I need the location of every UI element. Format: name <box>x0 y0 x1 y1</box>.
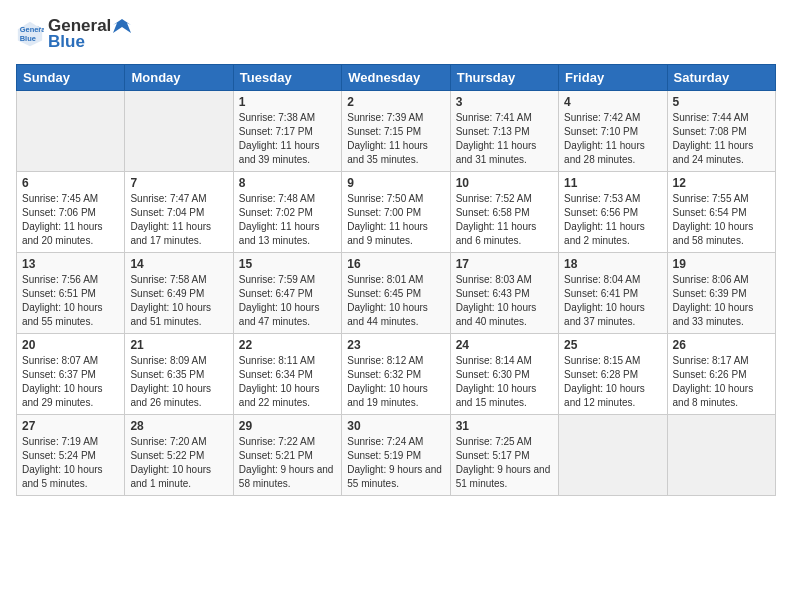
day-info: Sunrise: 7:19 AMSunset: 5:24 PMDaylight:… <box>22 435 119 491</box>
calendar-cell: 12Sunrise: 7:55 AMSunset: 6:54 PMDayligh… <box>667 172 775 253</box>
calendar-cell: 24Sunrise: 8:14 AMSunset: 6:30 PMDayligh… <box>450 334 558 415</box>
day-info: Sunrise: 7:25 AMSunset: 5:17 PMDaylight:… <box>456 435 553 491</box>
day-info: Sunrise: 7:42 AMSunset: 7:10 PMDaylight:… <box>564 111 661 167</box>
logo-bird-icon <box>113 19 131 33</box>
calendar-cell: 22Sunrise: 8:11 AMSunset: 6:34 PMDayligh… <box>233 334 341 415</box>
calendar-cell: 29Sunrise: 7:22 AMSunset: 5:21 PMDayligh… <box>233 415 341 496</box>
svg-marker-5 <box>113 19 131 33</box>
calendar-cell: 10Sunrise: 7:52 AMSunset: 6:58 PMDayligh… <box>450 172 558 253</box>
day-number: 11 <box>564 176 661 190</box>
calendar-cell: 8Sunrise: 7:48 AMSunset: 7:02 PMDaylight… <box>233 172 341 253</box>
day-number: 23 <box>347 338 444 352</box>
day-number: 28 <box>130 419 227 433</box>
day-number: 19 <box>673 257 770 271</box>
calendar-cell: 18Sunrise: 8:04 AMSunset: 6:41 PMDayligh… <box>559 253 667 334</box>
calendar-cell: 11Sunrise: 7:53 AMSunset: 6:56 PMDayligh… <box>559 172 667 253</box>
day-number: 8 <box>239 176 336 190</box>
day-info: Sunrise: 7:50 AMSunset: 7:00 PMDaylight:… <box>347 192 444 248</box>
calendar-cell: 26Sunrise: 8:17 AMSunset: 6:26 PMDayligh… <box>667 334 775 415</box>
day-info: Sunrise: 7:58 AMSunset: 6:49 PMDaylight:… <box>130 273 227 329</box>
day-number: 25 <box>564 338 661 352</box>
day-info: Sunrise: 7:20 AMSunset: 5:22 PMDaylight:… <box>130 435 227 491</box>
day-number: 2 <box>347 95 444 109</box>
day-number: 13 <box>22 257 119 271</box>
day-number: 6 <box>22 176 119 190</box>
day-header-thursday: Thursday <box>450 65 558 91</box>
day-header-saturday: Saturday <box>667 65 775 91</box>
day-number: 9 <box>347 176 444 190</box>
day-info: Sunrise: 8:06 AMSunset: 6:39 PMDaylight:… <box>673 273 770 329</box>
calendar-cell: 30Sunrise: 7:24 AMSunset: 5:19 PMDayligh… <box>342 415 450 496</box>
calendar-cell: 23Sunrise: 8:12 AMSunset: 6:32 PMDayligh… <box>342 334 450 415</box>
day-header-sunday: Sunday <box>17 65 125 91</box>
day-info: Sunrise: 8:14 AMSunset: 6:30 PMDaylight:… <box>456 354 553 410</box>
day-number: 1 <box>239 95 336 109</box>
day-info: Sunrise: 7:53 AMSunset: 6:56 PMDaylight:… <box>564 192 661 248</box>
calendar-cell <box>559 415 667 496</box>
day-number: 7 <box>130 176 227 190</box>
calendar-cell <box>17 91 125 172</box>
day-info: Sunrise: 8:11 AMSunset: 6:34 PMDaylight:… <box>239 354 336 410</box>
day-info: Sunrise: 7:55 AMSunset: 6:54 PMDaylight:… <box>673 192 770 248</box>
calendar-cell <box>125 91 233 172</box>
day-number: 29 <box>239 419 336 433</box>
day-info: Sunrise: 8:09 AMSunset: 6:35 PMDaylight:… <box>130 354 227 410</box>
calendar-cell: 6Sunrise: 7:45 AMSunset: 7:06 PMDaylight… <box>17 172 125 253</box>
day-number: 26 <box>673 338 770 352</box>
day-number: 30 <box>347 419 444 433</box>
day-number: 21 <box>130 338 227 352</box>
day-number: 18 <box>564 257 661 271</box>
day-info: Sunrise: 8:17 AMSunset: 6:26 PMDaylight:… <box>673 354 770 410</box>
logo: General Blue General Blue <box>16 16 131 52</box>
day-info: Sunrise: 7:41 AMSunset: 7:13 PMDaylight:… <box>456 111 553 167</box>
day-info: Sunrise: 7:22 AMSunset: 5:21 PMDaylight:… <box>239 435 336 491</box>
calendar-cell: 28Sunrise: 7:20 AMSunset: 5:22 PMDayligh… <box>125 415 233 496</box>
day-info: Sunrise: 7:24 AMSunset: 5:19 PMDaylight:… <box>347 435 444 491</box>
calendar-cell: 16Sunrise: 8:01 AMSunset: 6:45 PMDayligh… <box>342 253 450 334</box>
calendar-cell: 19Sunrise: 8:06 AMSunset: 6:39 PMDayligh… <box>667 253 775 334</box>
day-number: 3 <box>456 95 553 109</box>
day-info: Sunrise: 7:59 AMSunset: 6:47 PMDaylight:… <box>239 273 336 329</box>
calendar-cell: 15Sunrise: 7:59 AMSunset: 6:47 PMDayligh… <box>233 253 341 334</box>
logo-icon: General Blue <box>16 20 44 48</box>
day-info: Sunrise: 7:48 AMSunset: 7:02 PMDaylight:… <box>239 192 336 248</box>
calendar-cell: 14Sunrise: 7:58 AMSunset: 6:49 PMDayligh… <box>125 253 233 334</box>
calendar-cell: 31Sunrise: 7:25 AMSunset: 5:17 PMDayligh… <box>450 415 558 496</box>
day-number: 14 <box>130 257 227 271</box>
day-header-friday: Friday <box>559 65 667 91</box>
day-info: Sunrise: 7:38 AMSunset: 7:17 PMDaylight:… <box>239 111 336 167</box>
day-number: 16 <box>347 257 444 271</box>
calendar-cell: 25Sunrise: 8:15 AMSunset: 6:28 PMDayligh… <box>559 334 667 415</box>
day-number: 27 <box>22 419 119 433</box>
day-number: 22 <box>239 338 336 352</box>
calendar-cell: 9Sunrise: 7:50 AMSunset: 7:00 PMDaylight… <box>342 172 450 253</box>
day-number: 10 <box>456 176 553 190</box>
day-info: Sunrise: 7:44 AMSunset: 7:08 PMDaylight:… <box>673 111 770 167</box>
day-number: 20 <box>22 338 119 352</box>
calendar-cell: 1Sunrise: 7:38 AMSunset: 7:17 PMDaylight… <box>233 91 341 172</box>
calendar-cell: 27Sunrise: 7:19 AMSunset: 5:24 PMDayligh… <box>17 415 125 496</box>
day-number: 24 <box>456 338 553 352</box>
day-number: 15 <box>239 257 336 271</box>
day-info: Sunrise: 8:01 AMSunset: 6:45 PMDaylight:… <box>347 273 444 329</box>
day-info: Sunrise: 7:39 AMSunset: 7:15 PMDaylight:… <box>347 111 444 167</box>
calendar-cell: 13Sunrise: 7:56 AMSunset: 6:51 PMDayligh… <box>17 253 125 334</box>
calendar-cell: 17Sunrise: 8:03 AMSunset: 6:43 PMDayligh… <box>450 253 558 334</box>
day-info: Sunrise: 7:56 AMSunset: 6:51 PMDaylight:… <box>22 273 119 329</box>
svg-text:Blue: Blue <box>20 34 36 43</box>
calendar-cell <box>667 415 775 496</box>
day-header-wednesday: Wednesday <box>342 65 450 91</box>
calendar-cell: 20Sunrise: 8:07 AMSunset: 6:37 PMDayligh… <box>17 334 125 415</box>
day-info: Sunrise: 8:04 AMSunset: 6:41 PMDaylight:… <box>564 273 661 329</box>
day-number: 5 <box>673 95 770 109</box>
day-number: 12 <box>673 176 770 190</box>
day-info: Sunrise: 8:12 AMSunset: 6:32 PMDaylight:… <box>347 354 444 410</box>
calendar-cell: 3Sunrise: 7:41 AMSunset: 7:13 PMDaylight… <box>450 91 558 172</box>
calendar-cell: 21Sunrise: 8:09 AMSunset: 6:35 PMDayligh… <box>125 334 233 415</box>
day-number: 4 <box>564 95 661 109</box>
calendar-cell: 4Sunrise: 7:42 AMSunset: 7:10 PMDaylight… <box>559 91 667 172</box>
day-info: Sunrise: 8:07 AMSunset: 6:37 PMDaylight:… <box>22 354 119 410</box>
day-number: 17 <box>456 257 553 271</box>
calendar-table: SundayMondayTuesdayWednesdayThursdayFrid… <box>16 64 776 496</box>
day-info: Sunrise: 7:52 AMSunset: 6:58 PMDaylight:… <box>456 192 553 248</box>
